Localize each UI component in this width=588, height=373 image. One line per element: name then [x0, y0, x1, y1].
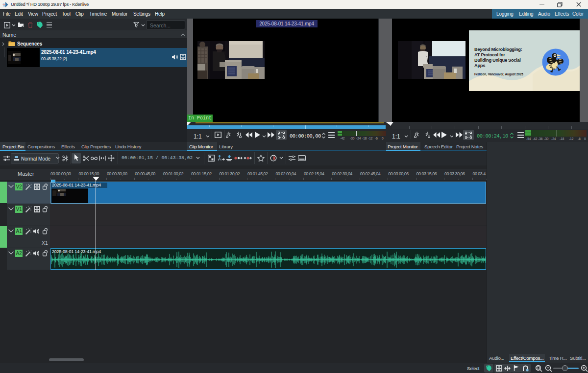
svg-text:Fedicon, Vancouver, August 202: Fedicon, Vancouver, August 2025 [474, 72, 523, 76]
svg-text:AT Protocol for: AT Protocol for [474, 52, 505, 57]
svg-text:Apps: Apps [474, 63, 485, 68]
svg-text:Beyond Microblogging:: Beyond Microblogging: [474, 47, 522, 52]
svg-text:Building Unique Social: Building Unique Social [474, 58, 521, 63]
